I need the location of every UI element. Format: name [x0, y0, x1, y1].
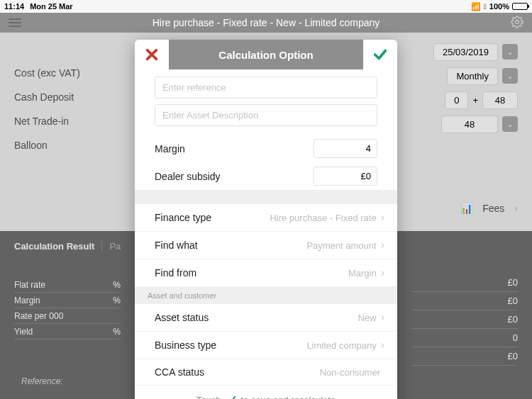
finance-type-row[interactable]: Finance type Hire purchase - Fixed rate …	[135, 204, 397, 232]
find-what-row[interactable]: Find what Payment amount ›	[135, 232, 397, 259]
num-pill[interactable]: 0	[445, 91, 468, 109]
cca-status-row: CCA status Non-consumer	[135, 359, 397, 386]
reference-input[interactable]	[155, 77, 377, 99]
margin-label: Margin	[155, 143, 314, 154]
chevron-right-icon: ›	[381, 239, 384, 252]
confirm-button[interactable]	[363, 40, 397, 69]
battery-pct: 100%	[489, 2, 509, 11]
close-button[interactable]	[135, 40, 169, 69]
gear-icon[interactable]	[511, 16, 523, 30]
chevron-right-icon: ›	[514, 203, 518, 214]
business-type-row[interactable]: Business type Limited company ›	[135, 332, 397, 359]
bg-label: Cost (exc VAT)	[14, 67, 121, 79]
chevron-right-icon: ›	[381, 311, 384, 324]
signal-icon: 📶	[471, 2, 481, 11]
nav-bar: Hire purchase - Fixed rate - New - Limit…	[0, 13, 532, 33]
subsidy-input[interactable]	[314, 167, 377, 186]
nav-title: Hire purchase - Fixed rate - New - Limit…	[153, 17, 380, 28]
chevron-right-icon: ›	[381, 266, 384, 279]
wifi-icon: 􀙇	[484, 2, 487, 11]
bg-label: Net Trade-in	[14, 116, 121, 127]
num-pill[interactable]: 48	[482, 91, 518, 109]
chevron-right-icon: ›	[381, 339, 384, 352]
chevron-down-icon[interactable]: ⌄	[502, 68, 518, 84]
status-date: Mon 25 Mar	[30, 2, 73, 11]
chevron-right-icon: ›	[381, 211, 384, 224]
find-from-row[interactable]: Find from Margin ›	[135, 259, 397, 287]
modal-title: Calculation Option	[169, 40, 363, 69]
bg-label: Cash Deposit	[14, 91, 121, 103]
modal-footer-hint: Touch to save and recalculate	[135, 386, 397, 399]
date-pill[interactable]: 25/03/2019	[433, 43, 498, 61]
section-asset-customer: Asset and customer	[135, 287, 397, 304]
chevron-down-icon[interactable]: ⌄	[502, 44, 518, 60]
bg-label: Balloon	[14, 140, 121, 151]
ios-status-bar: 11:14 Mon 25 Mar 📶 􀙇 100%	[0, 0, 532, 13]
status-time: 11:14	[4, 2, 24, 11]
reference-label: Reference:	[21, 376, 63, 386]
num-pill[interactable]: 48	[441, 116, 498, 133]
tab-other[interactable]: Pa	[101, 241, 121, 252]
subsidy-label: Dealer subsidy	[155, 171, 314, 182]
freq-pill[interactable]: Monthly	[447, 67, 498, 85]
calculation-option-modal: Calculation Option Margin Dealer subsidy…	[135, 40, 397, 399]
asset-status-row[interactable]: Asset status New ›	[135, 304, 397, 332]
asset-description-input[interactable]	[155, 104, 377, 126]
chevron-down-icon[interactable]: ⌄	[502, 116, 518, 132]
margin-input[interactable]	[314, 139, 377, 158]
tab-calc-result[interactable]: Calculation Result	[14, 241, 94, 252]
bars-icon: 📊	[460, 203, 472, 214]
svg-point-0	[516, 20, 519, 23]
fees-row[interactable]: 📊 Fees ›	[460, 203, 518, 214]
check-icon	[226, 394, 237, 399]
battery-icon	[512, 3, 528, 10]
menu-icon[interactable]	[9, 18, 21, 27]
fees-label: Fees	[482, 203, 504, 214]
